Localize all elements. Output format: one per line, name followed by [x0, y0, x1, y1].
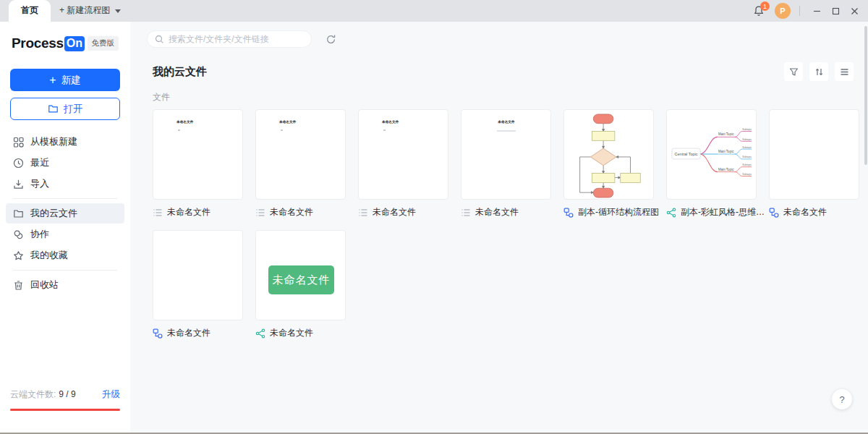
notifications-button[interactable]: 1	[753, 5, 765, 17]
folder-open-icon	[48, 103, 59, 114]
thumb-doc-subtitle	[497, 130, 516, 132]
document-list-icon	[255, 208, 265, 218]
sidebar-item-import[interactable]: 导入	[6, 174, 124, 194]
svg-text:Main Topic: Main Topic	[718, 168, 734, 171]
file-grid-row-1: 未命名文件 未命名文件 未命名文件	[153, 109, 868, 218]
file-thumbnail[interactable]: 未命名文件	[153, 109, 243, 200]
file-name: 未命名文件	[167, 327, 210, 339]
mindmap-preview: Central Topic Main Topic Main Topic Main…	[667, 110, 756, 199]
file-card[interactable]: 未命名文件 未命名文件	[358, 109, 448, 218]
file-thumbnail-mindmap[interactable]: Central Topic Main Topic Main Topic Main…	[666, 109, 757, 200]
sidebar-item-new-from-template[interactable]: 从模板新建	[6, 132, 124, 152]
tab-home-label: 首页	[21, 5, 38, 15]
sidebar-item-recent[interactable]: 最近	[6, 153, 124, 173]
trash-icon	[13, 280, 24, 291]
import-icon	[13, 179, 24, 190]
sort-icon	[814, 67, 824, 77]
file-card[interactable]: 副本-循环结构流程图	[563, 109, 654, 218]
file-thumbnail-blank[interactable]	[153, 230, 243, 320]
scrollbar[interactable]	[864, 26, 867, 165]
open-button-label: 打开	[64, 103, 83, 116]
notification-badge: 1	[760, 1, 770, 11]
storage-meter: 云端文件数: 9 / 9 升级	[10, 388, 120, 411]
template-icon	[13, 137, 24, 148]
minimize-button[interactable]	[807, 0, 826, 22]
svg-text:Subtopic: Subtopic	[742, 128, 752, 131]
file-thumbnail[interactable]: 未命名文件	[358, 109, 448, 200]
help-button[interactable]: ?	[832, 389, 852, 409]
file-name: 副本-彩虹风格-思维导…	[681, 206, 766, 218]
file-name: 副本-循环结构流程图	[578, 206, 659, 218]
filter-icon	[789, 67, 799, 77]
file-card[interactable]: 未命名文件 未命名文件	[255, 109, 346, 218]
new-button[interactable]: + 新建	[10, 69, 120, 91]
flowchart-preview	[564, 110, 653, 199]
thumb-doc-title: 未命名文件	[498, 119, 514, 124]
maximize-button[interactable]	[826, 0, 845, 22]
sidebar-item-label: 最近	[30, 156, 49, 169]
titlebar-separator	[799, 6, 800, 16]
sidebar-item-trash[interactable]: 回收站	[6, 275, 124, 295]
new-button-label: 新建	[61, 74, 81, 87]
file-thumbnail-greenbox[interactable]: 未命名文件	[255, 230, 346, 320]
file-card[interactable]: 未命名文件 未命名文件	[255, 230, 346, 339]
svg-text:Main Topic: Main Topic	[718, 132, 734, 136]
menu-divider	[13, 270, 117, 271]
document-list-icon	[153, 208, 163, 218]
flowchart-icon	[563, 208, 574, 218]
file-card[interactable]: Central Topic Main Topic Main Topic Main…	[666, 109, 757, 218]
storage-label: 云端文件数:	[10, 388, 56, 401]
thumb-green-topic: 未命名文件	[268, 265, 334, 294]
menu-divider	[13, 198, 117, 199]
refresh-icon[interactable]	[326, 34, 336, 45]
file-thumbnail-flowchart[interactable]	[563, 109, 654, 200]
avatar[interactable]: P	[775, 3, 791, 19]
file-card[interactable]: 未命名文件	[769, 109, 859, 218]
open-button[interactable]: 打开	[10, 98, 120, 120]
sidebar: Process On 免费版 + 新建 打开 从模板新建	[0, 22, 130, 433]
flowchart-icon	[153, 328, 163, 339]
sort-button[interactable]	[809, 62, 828, 81]
tab-new-flowchart[interactable]: + 新建流程图	[51, 0, 129, 22]
file-thumbnail[interactable]: 未命名文件	[461, 109, 551, 200]
file-card[interactable]: 未命名文件 未命名文件	[461, 109, 551, 218]
star-icon	[13, 250, 24, 261]
sidebar-item-favorites[interactable]: 我的收藏	[6, 245, 124, 265]
tab-home[interactable]: 首页	[9, 0, 51, 22]
sidebar-item-collaboration[interactable]: 协作	[6, 224, 124, 244]
flowchart-icon	[769, 208, 779, 218]
file-thumbnail-blank[interactable]	[769, 109, 859, 200]
sidebar-menu: 从模板新建 最近 导入	[0, 132, 130, 295]
search-icon	[155, 35, 164, 44]
close-button[interactable]	[845, 0, 864, 22]
logo-on-badge: On	[64, 36, 85, 51]
svg-text:Main Topic: Main Topic	[718, 150, 734, 153]
list-view-button[interactable]	[835, 62, 854, 81]
mindmap-icon	[255, 328, 265, 339]
sidebar-item-label: 从模板新建	[30, 135, 77, 148]
svg-text:Subtopic: Subtopic	[742, 156, 752, 158]
file-name: 未命名文件	[270, 327, 313, 339]
file-card[interactable]: 未命名文件 未命名文件	[153, 109, 243, 218]
thumb-doc-mark	[383, 129, 386, 131]
file-name: 未命名文件	[475, 206, 519, 218]
sidebar-item-label: 回收站	[30, 278, 59, 292]
list-view-icon	[840, 67, 849, 77]
file-card[interactable]: 未命名文件	[153, 230, 243, 339]
filter-button[interactable]	[784, 62, 803, 81]
document-list-icon	[358, 208, 368, 218]
svg-text:Subtopic: Subtopic	[742, 173, 752, 176]
search-box[interactable]	[147, 30, 312, 48]
page-title: 我的云文件	[153, 65, 207, 79]
plus-icon: +	[49, 75, 56, 86]
thumb-doc-title: 未命名文件	[176, 119, 193, 124]
mindmap-icon	[666, 208, 676, 218]
logo: Process On 免费版	[12, 35, 119, 51]
chevron-down-icon	[115, 9, 121, 13]
upgrade-link[interactable]: 升级	[102, 388, 120, 401]
sidebar-item-label: 我的收藏	[30, 249, 68, 262]
sidebar-item-my-cloud-files[interactable]: 我的云文件	[6, 203, 124, 224]
section-label: 文件	[153, 91, 868, 103]
file-thumbnail[interactable]: 未命名文件	[255, 109, 346, 200]
search-input[interactable]	[169, 34, 304, 44]
